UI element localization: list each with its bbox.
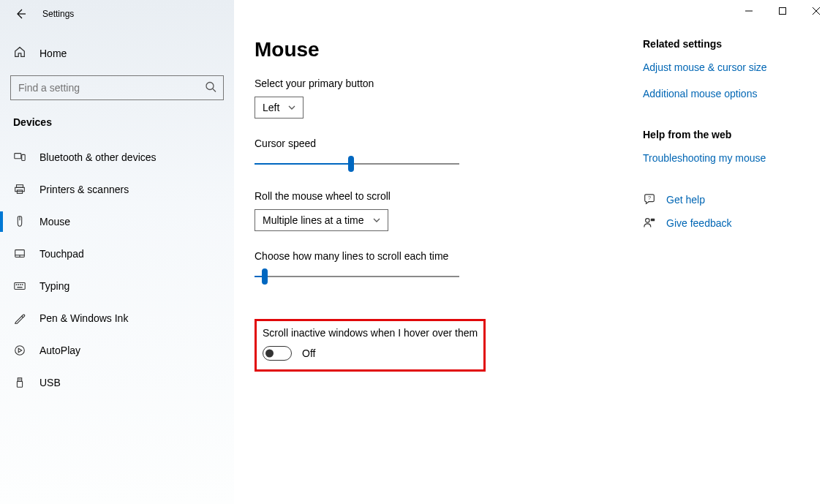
toggle-state-label: Off xyxy=(302,347,315,359)
home-label: Home xyxy=(39,48,67,59)
usb-icon xyxy=(13,376,26,389)
related-heading: Related settings xyxy=(643,38,818,50)
link-troubleshooting-mouse[interactable]: Troubleshooting my mouse xyxy=(643,152,818,164)
help-block: Help from the web Troubleshooting my mou… xyxy=(643,129,818,164)
mouse-icon xyxy=(13,215,26,228)
feedback-icon xyxy=(643,217,656,230)
highlight-box: Scroll inactive windows when I hover ove… xyxy=(255,319,486,372)
inactive-windows-label: Scroll inactive windows when I hover ove… xyxy=(263,327,478,339)
slider-fill xyxy=(255,163,351,165)
svg-point-5 xyxy=(206,83,214,90)
nav-bluetooth[interactable]: Bluetooth & other devices xyxy=(0,141,234,173)
nav-label: Typing xyxy=(39,280,69,292)
nav-label: Touchpad xyxy=(39,248,84,260)
svg-rect-7 xyxy=(15,154,21,159)
svg-point-22 xyxy=(15,346,25,356)
home-nav[interactable]: Home xyxy=(0,38,234,68)
keyboard-icon xyxy=(13,279,26,293)
toggle-knob xyxy=(265,350,274,358)
svg-rect-9 xyxy=(17,185,23,188)
nav-list: Bluetooth & other devices Printers & sca… xyxy=(0,141,234,399)
nav-label: Pen & Windows Ink xyxy=(39,312,128,324)
link-adjust-mouse-size[interactable]: Adjust mouse & cursor size xyxy=(643,61,818,73)
nav-label: USB xyxy=(39,377,61,388)
touchpad-icon xyxy=(13,247,26,260)
search-container xyxy=(10,75,224,100)
slider-thumb[interactable] xyxy=(348,156,354,172)
nav-pen[interactable]: Pen & Windows Ink xyxy=(0,302,234,334)
lines-slider[interactable] xyxy=(255,269,459,284)
nav-autoplay[interactable]: AutoPlay xyxy=(0,334,234,366)
home-icon xyxy=(13,45,26,61)
nav-usb[interactable]: USB xyxy=(0,366,234,399)
nav-label: Mouse xyxy=(39,216,70,227)
help-icon: ? xyxy=(643,193,656,206)
search-input[interactable] xyxy=(10,75,224,100)
svg-rect-29 xyxy=(651,219,655,222)
printer-icon xyxy=(13,183,26,196)
nav-touchpad[interactable]: Touchpad xyxy=(0,238,234,270)
main: Mouse Select your primary button Left Cu… xyxy=(234,0,833,504)
devices-icon xyxy=(13,151,26,164)
titlebar: Settings xyxy=(0,0,234,28)
pen-icon xyxy=(13,312,26,325)
cursor-speed-label: Cursor speed xyxy=(255,138,643,149)
primary-button-dropdown[interactable]: Left xyxy=(255,97,304,119)
slider-thumb[interactable] xyxy=(262,268,268,285)
svg-rect-8 xyxy=(22,154,26,160)
svg-rect-24 xyxy=(17,381,22,387)
primary-button-label: Select your primary button xyxy=(255,78,643,89)
app-title: Settings xyxy=(42,9,74,19)
link-additional-mouse-options[interactable]: Additional mouse options xyxy=(643,88,818,99)
get-help-link[interactable]: ? Get help xyxy=(643,193,818,206)
svg-text:?: ? xyxy=(648,195,651,201)
nav-mouse[interactable]: Mouse xyxy=(0,206,234,238)
svg-rect-16 xyxy=(15,283,25,290)
autoplay-icon xyxy=(13,344,26,357)
inactive-toggle[interactable] xyxy=(263,346,292,361)
right-rail: Related settings Adjust mouse & cursor s… xyxy=(643,0,833,504)
dropdown-value: Multiple lines at a time xyxy=(263,214,364,226)
chevron-down-icon xyxy=(373,214,380,226)
lines-label: Choose how many lines to scroll each tim… xyxy=(255,250,643,262)
feedback-label: Give feedback xyxy=(666,217,732,229)
svg-point-28 xyxy=(646,219,649,222)
scroll-wheel-label: Roll the mouse wheel to scroll xyxy=(255,190,643,202)
help-heading: Help from the web xyxy=(643,129,818,140)
inactive-toggle-row: Off xyxy=(263,346,478,361)
back-button[interactable] xyxy=(13,7,28,21)
page-title: Mouse xyxy=(255,38,643,61)
nav-printers[interactable]: Printers & scanners xyxy=(0,173,234,206)
svg-rect-23 xyxy=(18,378,21,382)
dropdown-value: Left xyxy=(263,102,279,113)
sidebar: Settings Home Devices Bluetooth & other … xyxy=(0,0,234,504)
svg-line-6 xyxy=(213,89,216,92)
svg-rect-10 xyxy=(15,187,25,191)
nav-label: Printers & scanners xyxy=(39,184,129,195)
chevron-down-icon xyxy=(288,102,295,113)
give-feedback-link[interactable]: Give feedback xyxy=(643,217,818,230)
section-label: Devices xyxy=(0,100,234,137)
slider-track xyxy=(255,276,459,277)
search-icon xyxy=(205,81,216,95)
nav-typing[interactable]: Typing xyxy=(0,270,234,302)
cursor-speed-slider[interactable] xyxy=(255,157,459,171)
nav-label: Bluetooth & other devices xyxy=(39,151,157,163)
related-settings-block: Related settings Adjust mouse & cursor s… xyxy=(643,38,818,99)
get-help-label: Get help xyxy=(666,194,705,206)
scroll-wheel-dropdown[interactable]: Multiple lines at a time xyxy=(255,209,388,231)
content: Mouse Select your primary button Left Cu… xyxy=(234,0,643,504)
nav-label: AutoPlay xyxy=(39,345,80,356)
